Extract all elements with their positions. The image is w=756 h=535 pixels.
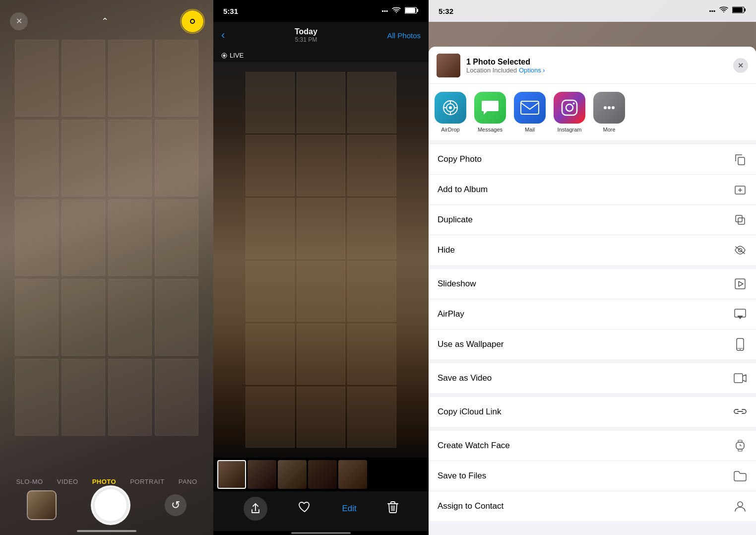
- add-to-album-icon: [733, 183, 747, 197]
- photos-home-indicator: [213, 531, 429, 535]
- airdrop-label: AirDrop: [441, 127, 459, 133]
- photo-shelf-cell: [246, 387, 295, 448]
- filmstrip-thumb-4[interactable]: [308, 460, 337, 489]
- share-photo-count-title: 1 Photo Selected: [466, 58, 727, 67]
- nav-title-main: Today: [295, 27, 317, 36]
- actions-group-3: Save as Video: [429, 363, 756, 393]
- camera-live-button[interactable]: [182, 10, 203, 32]
- camera-shutter-button[interactable]: [91, 485, 130, 525]
- airplay-label: AirPlay: [438, 309, 464, 319]
- action-save-as-video[interactable]: Save as Video: [429, 363, 756, 393]
- svg-point-42: [740, 349, 741, 350]
- photos-nav-title: Today 5:31 PM: [295, 27, 317, 43]
- home-bar: [291, 532, 351, 534]
- flip-icon: ↺: [171, 499, 180, 512]
- photos-edit-button[interactable]: Edit: [342, 504, 356, 514]
- photos-bottom-toolbar: Edit: [213, 491, 429, 531]
- shelf-cell: [62, 359, 105, 436]
- share-actions-scroll[interactable]: Copy Photo Add to Album Duplicate: [429, 144, 756, 535]
- shelf-cell: [155, 279, 198, 356]
- filmstrip-thumb-1[interactable]: [217, 460, 246, 489]
- wallpaper-label: Use as Wallpaper: [438, 339, 504, 349]
- more-label: More: [603, 127, 615, 133]
- messages-icon: [474, 92, 506, 124]
- shelf-cell: [108, 40, 152, 117]
- photo-shelf-grid: [246, 72, 396, 448]
- share-sheet: 1 Photo Selected Location Included Optio…: [429, 47, 756, 535]
- photos-back-button[interactable]: ‹: [221, 29, 225, 42]
- mail-symbol: [520, 101, 539, 115]
- action-save-to-files[interactable]: Save to Files: [429, 461, 756, 491]
- photo-shelf-cell: [246, 135, 295, 196]
- action-add-to-album[interactable]: Add to Album: [429, 175, 756, 205]
- share-sheet-panel: 5:32 ▪▪▪ 1 Photo Selected Locat: [429, 0, 756, 535]
- create-watch-face-icon: [733, 439, 747, 453]
- share-status-bar: 5:32 ▪▪▪: [429, 0, 756, 22]
- status-icons: ▪▪▪: [381, 7, 419, 15]
- photos-share-button[interactable]: [244, 497, 267, 521]
- photos-filmstrip: [213, 458, 429, 491]
- share-app-airdrop[interactable]: AirDrop: [435, 92, 466, 133]
- photos-panel: 5:31 ▪▪▪ ‹ Today 5:31 PM All Photos LIV: [213, 0, 429, 535]
- svg-rect-46: [738, 440, 742, 442]
- camera-close-button[interactable]: ✕: [10, 12, 28, 30]
- photos-favorite-button[interactable]: [298, 501, 311, 516]
- photos-nav-bar: ‹ Today 5:31 PM All Photos: [213, 22, 429, 49]
- share-app-instagram[interactable]: Instagram: [554, 92, 585, 133]
- action-create-watch-face[interactable]: Create Watch Face: [429, 431, 756, 461]
- filmstrip-thumb-5[interactable]: [338, 460, 367, 489]
- filmstrip-thumb-3[interactable]: [278, 460, 307, 489]
- assign-contact-icon: [733, 499, 747, 513]
- actions-group-5: Create Watch Face Save to Files Assign t…: [429, 431, 756, 521]
- share-app-mail[interactable]: Mail: [514, 92, 546, 133]
- svg-rect-22: [562, 100, 577, 115]
- action-copy-photo[interactable]: Copy Photo: [429, 144, 756, 175]
- share-selected-photo-thumbnail: [437, 54, 460, 77]
- camera-panel: ✕ ⌃ SLO-MO VIDEO PHOTO PORTRAIT PANO ↺: [0, 0, 213, 535]
- camera-flip-button[interactable]: ↺: [165, 494, 187, 516]
- action-copy-icloud-link[interactable]: Copy iCloud Link: [429, 397, 756, 427]
- camera-last-photo-thumbnail[interactable]: [27, 490, 57, 520]
- share-app-more[interactable]: More: [593, 92, 625, 133]
- share-app-messages[interactable]: Messages: [474, 92, 506, 133]
- back-chevron-icon: ‹: [221, 29, 225, 42]
- photo-shelf-cell: [297, 72, 346, 133]
- actions-group-1: Copy Photo Add to Album Duplicate: [429, 144, 756, 265]
- photo-shelf-cell: [347, 135, 396, 196]
- photos-all-photos-button[interactable]: All Photos: [387, 31, 421, 40]
- shelf-cell: [62, 279, 105, 356]
- action-use-as-wallpaper[interactable]: Use as Wallpaper: [429, 330, 756, 359]
- signal-icon: ▪▪▪: [381, 7, 388, 14]
- nav-title-subtitle: 5:31 PM: [295, 36, 317, 43]
- action-airplay[interactable]: AirPlay: [429, 299, 756, 330]
- action-assign-to-contact[interactable]: Assign to Contact: [429, 491, 756, 521]
- duplicate-icon: [733, 213, 747, 227]
- airplay-icon: [733, 307, 747, 321]
- share-options-button[interactable]: Options ›: [519, 67, 545, 74]
- action-duplicate[interactable]: Duplicate: [429, 205, 756, 235]
- copy-icloud-link-icon: [733, 405, 747, 419]
- svg-rect-12: [745, 8, 746, 11]
- photos-delete-button[interactable]: [387, 501, 398, 517]
- messages-symbol: [481, 99, 499, 116]
- photos-status-bar: 5:31 ▪▪▪: [213, 0, 429, 22]
- save-as-video-label: Save as Video: [438, 373, 492, 383]
- live-badge-label: LIVE: [230, 52, 244, 59]
- create-watch-face-label: Create Watch Face: [438, 441, 510, 451]
- close-icon: ✕: [16, 16, 22, 26]
- copy-icloud-link-label: Copy iCloud Link: [438, 407, 502, 417]
- mail-label: Mail: [525, 127, 535, 133]
- action-hide[interactable]: Hide: [429, 235, 756, 265]
- share-close-button[interactable]: ✕: [733, 58, 748, 73]
- svg-rect-36: [735, 279, 745, 289]
- airdrop-icon: [435, 92, 466, 124]
- action-slideshow[interactable]: Slideshow: [429, 269, 756, 299]
- svg-rect-21: [521, 101, 539, 114]
- photos-main-image[interactable]: [213, 62, 429, 458]
- live-badge-icon: [221, 53, 227, 59]
- filmstrip-thumb-2[interactable]: [248, 460, 276, 489]
- photo-shelf-cell: [347, 72, 396, 133]
- close-icon: ✕: [738, 62, 744, 69]
- svg-point-6: [223, 54, 226, 57]
- shelf-cell: [15, 359, 59, 436]
